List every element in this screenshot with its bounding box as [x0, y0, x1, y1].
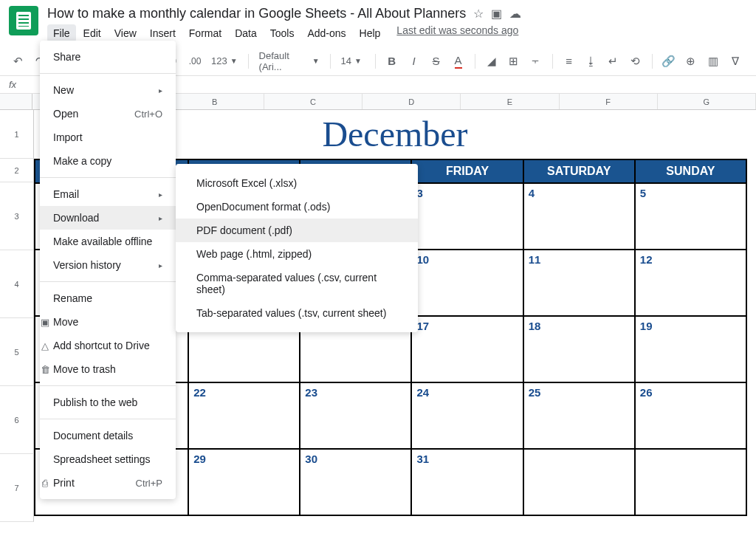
- star-icon[interactable]: ☆: [473, 7, 484, 21]
- label: Move: [53, 316, 78, 328]
- text-color-button[interactable]: A: [450, 52, 467, 70]
- italic-button[interactable]: I: [405, 52, 423, 70]
- menu-version-history[interactable]: Version history▸: [40, 253, 176, 277]
- borders-button[interactable]: ⊞: [505, 52, 523, 70]
- strike-button[interactable]: S: [427, 52, 445, 70]
- calendar-cell[interactable]: 5: [635, 183, 746, 250]
- calendar-cell[interactable]: 11: [523, 250, 635, 316]
- calendar-cell[interactable]: 25: [523, 382, 635, 449]
- calendar-cell[interactable]: 19: [635, 316, 746, 382]
- menu-insert[interactable]: Insert: [144, 24, 182, 42]
- row-header[interactable]: 4: [0, 250, 34, 318]
- calendar-cell[interactable]: 10: [411, 250, 523, 316]
- menu-help[interactable]: Help: [354, 24, 387, 42]
- wrap-button[interactable]: ↵: [605, 52, 622, 70]
- calendar-cell[interactable]: [523, 449, 635, 515]
- format-select[interactable]: 123▼: [208, 54, 241, 68]
- font-size-select[interactable]: 14▼: [338, 54, 368, 68]
- col-header[interactable]: G: [658, 94, 756, 109]
- menu-tools[interactable]: Tools: [264, 24, 300, 42]
- sheets-logo[interactable]: [9, 6, 38, 35]
- download-tsv[interactable]: Tab-separated values (.tsv, current shee…: [176, 301, 418, 325]
- menu-email[interactable]: Email▸: [40, 182, 176, 206]
- download-ods[interactable]: OpenDocument format (.ods): [176, 195, 418, 219]
- row-header[interactable]: 1: [0, 110, 34, 159]
- menu-import[interactable]: Import: [40, 126, 176, 149]
- day-header[interactable]: FRIDAY: [411, 159, 523, 183]
- calendar-cell[interactable]: 24: [411, 382, 523, 449]
- font-select[interactable]: Default (Ari...▼: [256, 49, 323, 74]
- label: Share: [53, 51, 80, 63]
- row-header[interactable]: 7: [0, 454, 34, 522]
- col-header[interactable]: F: [560, 94, 658, 109]
- divider: [40, 281, 176, 282]
- select-all-cell[interactable]: [0, 94, 32, 109]
- menu-spreadsheet-settings[interactable]: Spreadsheet settings: [40, 447, 176, 471]
- calendar-cell[interactable]: 26: [635, 382, 746, 449]
- calendar-cell[interactable]: 30: [300, 449, 411, 515]
- menu-new[interactable]: New▸: [40, 78, 176, 102]
- menu-open[interactable]: OpenCtrl+O: [40, 102, 176, 126]
- menu-data[interactable]: Data: [229, 24, 263, 42]
- calendar-cell[interactable]: 29: [188, 449, 300, 515]
- menu-add-shortcut[interactable]: △Add shortcut to Drive: [40, 334, 176, 357]
- download-pdf[interactable]: PDF document (.pdf): [176, 219, 418, 242]
- download-xlsx[interactable]: Microsoft Excel (.xlsx): [176, 171, 418, 195]
- calendar-cell[interactable]: 22: [188, 382, 300, 449]
- menu-make-copy[interactable]: Make a copy: [40, 149, 176, 173]
- menu-file[interactable]: File: [47, 24, 76, 42]
- menu-view[interactable]: View: [109, 24, 142, 42]
- col-header[interactable]: D: [362, 94, 461, 109]
- print-icon: ⎙: [38, 478, 52, 489]
- fill-color-button[interactable]: ◢: [483, 52, 501, 70]
- menu-rename[interactable]: Rename: [40, 286, 176, 310]
- menu-edit[interactable]: Edit: [78, 24, 107, 42]
- menu-doc-details[interactable]: Document details: [40, 424, 176, 447]
- comment-button[interactable]: ⊕: [682, 52, 700, 70]
- col-header[interactable]: E: [461, 94, 559, 109]
- day-header[interactable]: SATURDAY: [523, 159, 635, 183]
- chart-button[interactable]: ▥: [704, 52, 722, 70]
- link-button[interactable]: 🔗: [660, 52, 678, 70]
- row-header[interactable]: 3: [0, 182, 34, 250]
- menu-format[interactable]: Format: [183, 24, 227, 42]
- h-align-button[interactable]: ≡: [560, 52, 578, 70]
- menu-offline[interactable]: Make available offline: [40, 230, 176, 253]
- filter-button[interactable]: ∇: [726, 52, 744, 70]
- menu-print[interactable]: ⎙PrintCtrl+P: [40, 471, 176, 495]
- cloud-status-icon[interactable]: ☁: [509, 7, 521, 21]
- doc-title[interactable]: How to make a monthly calendar in Google…: [47, 6, 466, 21]
- menu-download[interactable]: Download▸: [40, 206, 176, 230]
- menu-move[interactable]: ▣Move: [40, 310, 176, 334]
- trash-icon: 🗑: [38, 364, 52, 375]
- merge-button[interactable]: ⫟: [527, 52, 545, 70]
- menu-publish[interactable]: Publish to the web: [40, 391, 176, 414]
- row-header[interactable]: 6: [0, 386, 34, 454]
- download-csv[interactable]: Comma-separated values (.csv, current sh…: [176, 266, 418, 301]
- calendar-cell[interactable]: [635, 449, 746, 515]
- row-header[interactable]: 5: [0, 318, 34, 386]
- col-header[interactable]: C: [264, 94, 362, 109]
- col-header[interactable]: B: [166, 94, 264, 109]
- download-html[interactable]: Web page (.html, zipped): [176, 242, 418, 266]
- rotate-button[interactable]: ⟲: [627, 52, 645, 70]
- menu-share[interactable]: Share: [40, 45, 176, 69]
- move-to-folder-icon[interactable]: ▣: [491, 7, 502, 21]
- menu-addons[interactable]: Add-ons: [301, 24, 351, 42]
- menu-trash[interactable]: 🗑Move to trash: [40, 357, 176, 381]
- calendar-cell[interactable]: 18: [523, 316, 635, 382]
- v-align-button[interactable]: ⭳: [583, 52, 600, 70]
- day-header[interactable]: SUNDAY: [635, 159, 746, 183]
- label: Import: [53, 131, 83, 143]
- calendar-cell[interactable]: 3: [411, 183, 523, 250]
- calendar-cell[interactable]: 12: [635, 250, 746, 316]
- row-header[interactable]: 2: [0, 159, 34, 182]
- calendar-cell[interactable]: 17: [411, 316, 523, 382]
- calendar-cell[interactable]: 31: [411, 449, 523, 515]
- last-edit-link[interactable]: Last edit was seconds ago: [396, 24, 518, 42]
- bold-button[interactable]: B: [383, 52, 401, 70]
- calendar-cell[interactable]: 4: [523, 183, 635, 250]
- undo-button[interactable]: ↶: [9, 52, 27, 70]
- calendar-cell[interactable]: 23: [300, 382, 411, 449]
- increase-decimal-button[interactable]: .00: [186, 52, 204, 70]
